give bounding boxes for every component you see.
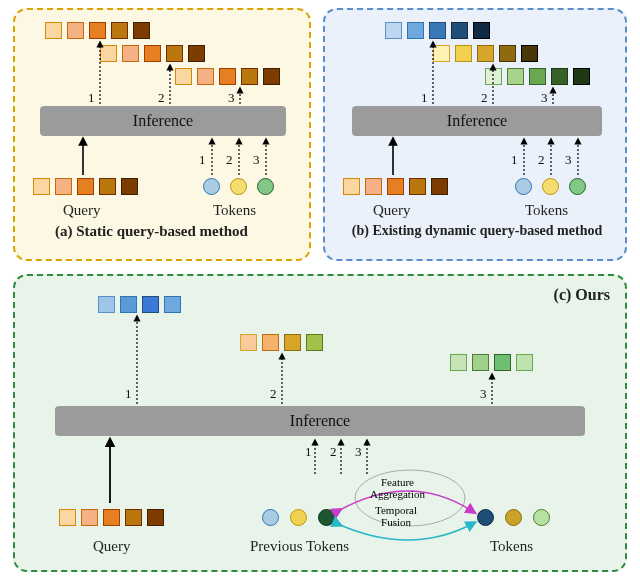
arrows-b [325, 10, 629, 263]
temporal-fusion-label: TemporalFusion [375, 504, 417, 528]
feature-aggregation-label: FeatureAggregation [370, 476, 425, 500]
panel-existing: Inference Query Tokens (b) Existing dyna… [323, 8, 627, 261]
arrows-c [15, 276, 629, 574]
panel-static: Inference Query Tokens (a) Static query-… [13, 8, 311, 261]
arrows-a [15, 10, 313, 263]
panel-ours: (c) Ours Inference Query Previous Tokens… [13, 274, 627, 572]
